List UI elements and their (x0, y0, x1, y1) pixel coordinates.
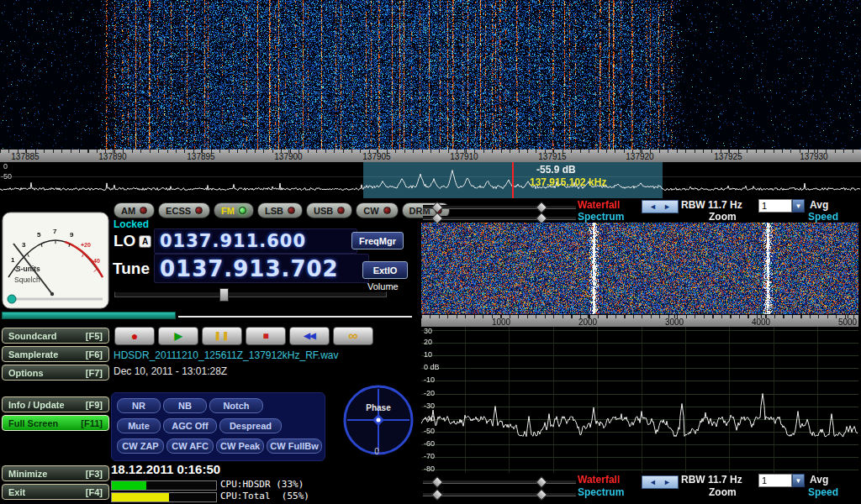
button-label: Samplerate (8, 349, 58, 360)
button-label: NB (178, 401, 192, 411)
s-meter: 1 3 5 7 9 +20 +40 S-units Squelch (2, 212, 109, 309)
mode-button-cw[interactable]: CW (356, 202, 398, 218)
button-label: CW ZAP (122, 441, 158, 451)
af-spectrum-display[interactable]: 30 20 10 0 dB -10 -20 -30 -40 -50 -60 -7… (421, 327, 858, 473)
waterfall-brightness-slider[interactable] (423, 205, 576, 209)
cw-peak-button[interactable]: CW Peak (216, 438, 264, 454)
loop-icon: ∞ (348, 329, 357, 343)
squelch-slider-thumb[interactable] (8, 295, 16, 303)
s-meter-tick: 5 (37, 231, 41, 239)
lo-a-badge[interactable]: A (139, 235, 151, 248)
spectrum-range-slider[interactable] (423, 216, 576, 220)
cw-zap-button[interactable]: CW ZAP (117, 438, 164, 454)
nr-button[interactable]: NR (117, 398, 161, 413)
spectrum-range-slider-bottom[interactable] (423, 492, 576, 496)
ruler-label: 137885 (11, 152, 39, 161)
slider-thumb[interactable] (536, 489, 547, 501)
button-label: Mute (128, 421, 150, 431)
mute-button[interactable]: Mute (117, 418, 161, 433)
db-scale-label: -30 (424, 402, 435, 410)
zoom-in-arrow-icon[interactable]: ► (663, 202, 671, 211)
avg-speed-select-bottom[interactable]: 1 ▼ (758, 474, 805, 487)
speed-label-bottom: Speed (808, 486, 838, 498)
mode-button-ecss[interactable]: ECSS (158, 202, 210, 218)
soundcard-button[interactable]: Soundcard [F5] (2, 328, 109, 344)
s-meter-tick: 1 (11, 256, 15, 264)
af-spectrum-trace[interactable] (421, 327, 858, 473)
tune-frequency-display[interactable]: 0137.913.702 (154, 254, 369, 283)
db-scale-label: -70 (424, 452, 435, 460)
zoom-in-arrow-icon[interactable]: ► (663, 478, 671, 486)
cpu-total-fill (112, 493, 169, 501)
db-scale-label: 20 (424, 338, 432, 346)
agc-off-button[interactable]: AGC Off (163, 418, 217, 433)
cpu-hdsdr-fill (112, 481, 146, 490)
mode-button-lsb[interactable]: LSB (257, 202, 303, 218)
slider-thumb[interactable] (536, 476, 547, 488)
samplerate-button[interactable]: Samplerate [F6] (2, 346, 109, 362)
strip-scale-zero: 0 (3, 162, 8, 171)
db-scale-label: 10 (424, 350, 432, 359)
button-label: AGC Off (172, 421, 208, 431)
cw-afc-button[interactable]: CW AFC (166, 438, 214, 454)
options-button[interactable]: Options [F7] (2, 365, 109, 381)
tune-label: Tune (113, 260, 150, 278)
waterfall-brightness-slider-bottom[interactable] (423, 480, 576, 484)
extio-button[interactable]: ExtIO (362, 261, 408, 279)
pause-button[interactable]: ❚❚ (202, 327, 242, 345)
mode-button-am[interactable]: AM (114, 202, 155, 218)
signal-level-bar (2, 312, 176, 319)
loop-button[interactable]: ∞ (333, 327, 373, 345)
main-waterfall-display[interactable] (0, 0, 861, 150)
zoom-control[interactable]: ◄ ► (642, 200, 679, 213)
lo-frequency-display[interactable]: 0137.911.600 (154, 228, 357, 254)
mode-button-fm[interactable]: FM (214, 202, 254, 218)
db-scale-label: -80 (424, 465, 435, 473)
mode-label: CW (363, 206, 378, 216)
main-spectrum-trace[interactable] (0, 162, 861, 198)
main-spectrum-strip[interactable]: 0 -50 -55.9 dB 137.915.102 kHz (0, 162, 861, 198)
button-hotkey: [F5] (86, 331, 103, 341)
minimize-button[interactable]: Minimize [F3] (2, 465, 109, 481)
rewind-icon: ◀◀ (304, 332, 314, 340)
button-label: Info / Update (8, 400, 65, 410)
slider-thumb[interactable] (431, 489, 443, 501)
zoom-out-arrow-icon[interactable]: ◄ (649, 202, 657, 211)
mode-button-usb[interactable]: USB (306, 202, 352, 218)
zoom-out-arrow-icon[interactable]: ◄ (649, 478, 657, 486)
stop-button[interactable]: ■ (246, 327, 286, 345)
info-update-button[interactable]: Info / Update [F9] (2, 396, 109, 412)
db-scale-label: 30 (424, 327, 432, 335)
cw-fullbw-button[interactable]: CW FullBw (267, 438, 322, 454)
ruler-label: 1000 (492, 318, 510, 327)
avg-speed-select[interactable]: 1 ▼ (758, 199, 805, 213)
dsp-panel: NR NB Notch Mute AGC Off Despread CW ZAP… (111, 392, 325, 461)
record-button[interactable]: ● (114, 327, 155, 345)
chevron-down-icon[interactable]: ▼ (792, 199, 805, 213)
db-scale-label: -20 (424, 389, 435, 397)
spectrum-section-label-bottom: Spectrum (578, 486, 624, 498)
button-hotkey: [F11] (81, 418, 103, 428)
nb-button[interactable]: NB (163, 398, 207, 413)
fullscreen-button[interactable]: Full Screen [F11] (2, 415, 109, 431)
play-button[interactable]: ▶ (158, 327, 198, 345)
volume-slider-thumb[interactable] (219, 288, 229, 302)
button-hotkey: [F4] (86, 487, 103, 497)
exit-button[interactable]: Exit [F4] (2, 484, 109, 500)
button-label: Exit (8, 487, 25, 497)
af-waterfall-display[interactable] (421, 223, 858, 314)
notch-button[interactable]: Notch (209, 398, 263, 413)
main-frequency-ruler[interactable]: 137885 137890 137895 137900 137905 13791… (0, 150, 861, 162)
despread-button[interactable]: Despread (219, 418, 282, 433)
freqmgr-button[interactable]: FreqMgr (351, 232, 404, 249)
rewind-button[interactable]: ◀◀ (289, 327, 330, 345)
zoom-control-bottom[interactable]: ◄ ► (642, 475, 679, 489)
cursor-frequency-readout: 137.915.102 kHz (530, 176, 606, 188)
slider-thumb[interactable] (431, 476, 443, 488)
volume-slider[interactable] (114, 291, 387, 297)
chevron-down-icon[interactable]: ▼ (792, 474, 805, 487)
phase-label: Phase (366, 403, 391, 412)
phase-control[interactable]: Phase 0 (340, 379, 417, 461)
af-frequency-ruler[interactable]: 1000 2000 3000 4000 5000 (421, 315, 858, 327)
led-icon (195, 207, 203, 214)
